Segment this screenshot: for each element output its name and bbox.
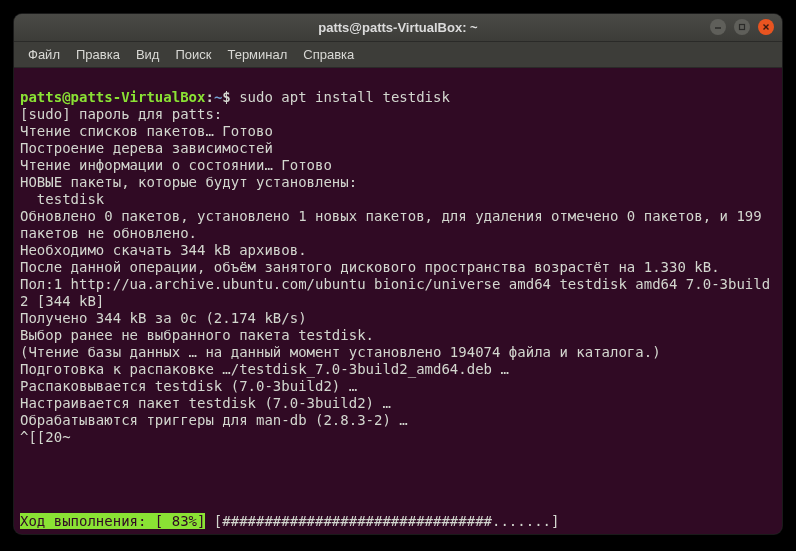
output-line: Необходимо скачать 344 kB архивов. xyxy=(20,242,307,258)
output-line: Обрабатываются триггеры для man-db (2.8.… xyxy=(20,412,408,428)
terminal-window: patts@patts-VirtualBox: ~ Файл Правка Ви… xyxy=(14,14,782,534)
menu-search[interactable]: Поиск xyxy=(167,43,219,66)
progress-line: Ход выполнения: [ 83%] [################… xyxy=(20,513,559,530)
output-line: [sudo] пароль для patts: xyxy=(20,106,222,122)
maximize-button[interactable] xyxy=(734,19,750,35)
prompt-colon: : xyxy=(205,89,213,105)
output-line: Пол:1 http://ua.archive.ubuntu.com/ubunt… xyxy=(20,276,770,309)
titlebar: patts@patts-VirtualBox: ~ xyxy=(14,14,782,42)
command-text: sudo apt install testdisk xyxy=(239,89,450,105)
output-line: НОВЫЕ пакеты, которые будут установлены: xyxy=(20,174,357,190)
menu-terminal[interactable]: Терминал xyxy=(219,43,295,66)
output-line: Получено 344 kB за 0с (2.174 kB/s) xyxy=(20,310,307,326)
menu-help[interactable]: Справка xyxy=(295,43,362,66)
window-title: patts@patts-VirtualBox: ~ xyxy=(318,20,477,35)
svg-rect-1 xyxy=(740,25,745,30)
prompt-dollar: $ xyxy=(222,89,230,105)
output-line: Построение дерева зависимостей xyxy=(20,140,273,156)
output-line: Чтение информации о состоянии… Готово xyxy=(20,157,332,173)
menu-edit[interactable]: Правка xyxy=(68,43,128,66)
progress-bar: [################################.......… xyxy=(205,513,559,529)
menu-view[interactable]: Вид xyxy=(128,43,168,66)
output-line: ^[[20~ xyxy=(20,429,71,445)
output-line: Выбор ранее не выбранного пакета testdis… xyxy=(20,327,374,343)
window-controls xyxy=(710,19,774,35)
close-button[interactable] xyxy=(758,19,774,35)
terminal-viewport[interactable]: patts@patts-VirtualBox:~$ sudo apt insta… xyxy=(14,68,782,534)
output-line: Обновлено 0 пакетов, установлено 1 новых… xyxy=(20,208,770,241)
output-line: Настраивается пакет testdisk (7.0-3build… xyxy=(20,395,391,411)
output-line: (Чтение базы данных … на данный момент у… xyxy=(20,344,661,360)
menubar: Файл Правка Вид Поиск Терминал Справка xyxy=(14,42,782,68)
menu-file[interactable]: Файл xyxy=(20,43,68,66)
output-line: testdisk xyxy=(20,191,104,207)
prompt-user-host: patts@patts-VirtualBox xyxy=(20,89,205,105)
output-line: Чтение списков пакетов… Готово xyxy=(20,123,273,139)
output-line: Распаковывается testdisk (7.0-3build2) … xyxy=(20,378,357,394)
output-line: Подготовка к распаковке …/testdisk_7.0-3… xyxy=(20,361,509,377)
progress-label: Ход выполнения: [ 83%] xyxy=(20,513,205,529)
output-line: После данной операции, объём занятого ди… xyxy=(20,259,720,275)
minimize-button[interactable] xyxy=(710,19,726,35)
